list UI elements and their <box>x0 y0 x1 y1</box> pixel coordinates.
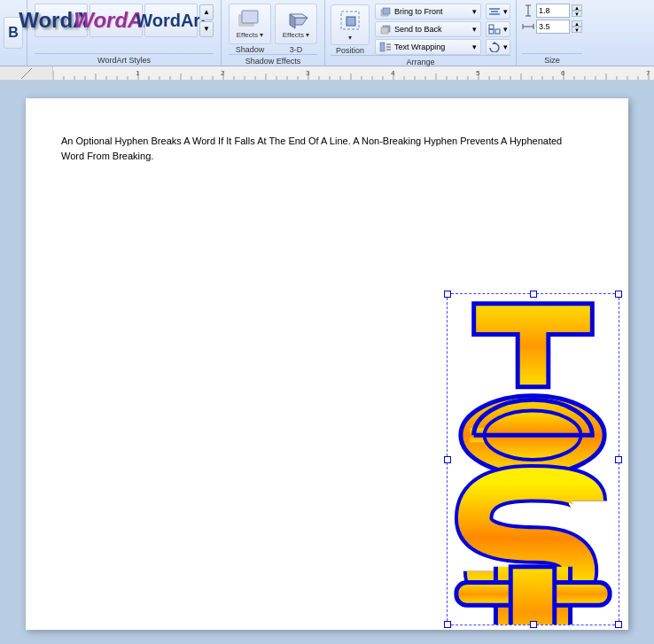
position-label: Position <box>336 46 364 55</box>
handle-mid-left[interactable] <box>444 456 451 463</box>
document-text: An Optional Hyphen Breaks A Word If It F… <box>61 134 575 163</box>
height-icon <box>522 4 534 17</box>
send-to-back-icon <box>379 24 392 35</box>
text-wrapping-icon <box>379 42 392 52</box>
wordart-scroll-down-btn[interactable]: ▼ <box>199 21 214 37</box>
svg-rect-20 <box>489 29 494 34</box>
position-btn[interactable]: ▾ <box>331 4 370 45</box>
shadow-effects-btn[interactable]: Effects ▾ <box>229 4 271 44</box>
size-label: Size <box>522 53 582 66</box>
handle-bot-mid[interactable] <box>530 621 537 628</box>
text-wrapping-label: Text Wrapping <box>394 43 445 51</box>
height-up-btn[interactable]: ▲ <box>572 4 582 11</box>
letter-e <box>461 396 604 475</box>
width-up-btn[interactable]: ▲ <box>572 20 582 27</box>
document-area: An Optional Hyphen Breaks A Word If It F… <box>0 81 654 644</box>
shadow-effects-label: Shadow Effects <box>229 54 317 66</box>
svg-rect-11 <box>380 43 385 51</box>
width-down-btn[interactable]: ▼ <box>572 27 582 33</box>
width-icon <box>522 20 534 33</box>
svg-rect-17 <box>489 13 500 15</box>
wordart-style-2-btn[interactable]: WordArt <box>90 4 143 37</box>
handle-top-left[interactable] <box>444 291 451 298</box>
shadow-effects-sub-label: Shadow <box>236 45 265 54</box>
height-down-btn[interactable]: ▼ <box>572 11 582 17</box>
wordart-styles-section: WordArt WordArt WordArt ▲ ▼ WordArt Styl… <box>27 0 222 66</box>
horizontal-ruler <box>0 66 654 81</box>
wordart-style-3-btn[interactable]: WordArt <box>144 4 198 37</box>
ruler-corner-icon <box>19 66 34 81</box>
3d-icon <box>283 9 309 30</box>
align-btn[interactable]: ▾ <box>486 4 510 19</box>
group-btn[interactable]: ▾ <box>486 21 510 37</box>
svg-rect-15 <box>489 8 500 10</box>
svg-rect-1 <box>242 11 258 23</box>
shadow-icon <box>237 9 263 30</box>
svg-rect-10 <box>381 27 388 34</box>
handle-bot-right[interactable] <box>615 621 622 628</box>
wordart-scroll-up-btn[interactable]: ▲ <box>199 4 214 20</box>
shadow-effects-section: Effects ▾ Shadow Effects ▾ 3-D Shadow Ef… <box>222 0 325 66</box>
wordart-styles-label: WordArt Styles <box>35 53 214 66</box>
height-input[interactable] <box>536 4 570 18</box>
wordart-styles-row: WordArt WordArt WordArt ▲ ▼ <box>35 4 214 37</box>
wordart-svg <box>448 294 619 625</box>
3d-effects-btn[interactable]: Effects ▾ <box>275 4 317 44</box>
send-to-back-btn[interactable]: Send to Back ▾ <box>375 21 481 37</box>
send-to-back-label: Send to Back <box>394 25 442 34</box>
arrange-section: ▾ Position Bring to Front ▾ <box>325 0 517 66</box>
svg-rect-19 <box>495 29 500 34</box>
rotate-icon <box>488 42 501 52</box>
size-section: ▲ ▼ ▲ ▼ Size <box>517 0 588 66</box>
width-input[interactable] <box>536 19 570 34</box>
group-icon <box>488 24 501 35</box>
document-page: An Optional Hyphen Breaks A Word If It F… <box>26 98 628 630</box>
svg-rect-8 <box>383 8 390 14</box>
svg-marker-21 <box>492 42 497 44</box>
bring-to-front-btn[interactable]: Bring to Front ▾ <box>375 4 481 19</box>
handle-bot-left[interactable] <box>444 621 451 628</box>
arrange-label: Arrange <box>331 55 510 67</box>
text-wrapping-btn[interactable]: Text Wrapping ▾ <box>375 39 481 55</box>
svg-line-28 <box>21 68 32 79</box>
wordart-object[interactable] <box>447 293 619 625</box>
svg-rect-18 <box>489 25 494 29</box>
bring-to-front-icon <box>379 6 392 17</box>
rotate-btn[interactable]: ▾ <box>486 39 510 55</box>
position-icon <box>338 8 362 33</box>
handle-top-mid[interactable] <box>530 291 537 298</box>
ruler-scale <box>53 66 654 81</box>
handle-top-right[interactable] <box>615 291 622 298</box>
handle-mid-right[interactable] <box>615 456 622 463</box>
align-icon <box>488 6 501 17</box>
ribbon-toolbar: B WordArt WordArt WordArt ▲ ▼ WordArt St… <box>0 0 654 66</box>
bring-to-front-label: Bring to Front <box>394 7 443 16</box>
svg-rect-16 <box>491 11 498 12</box>
letter-T <box>474 304 593 387</box>
svg-rect-6 <box>346 17 355 26</box>
ruler-corner <box>0 66 53 81</box>
3d-effects-sub-label: 3-D <box>290 45 303 54</box>
